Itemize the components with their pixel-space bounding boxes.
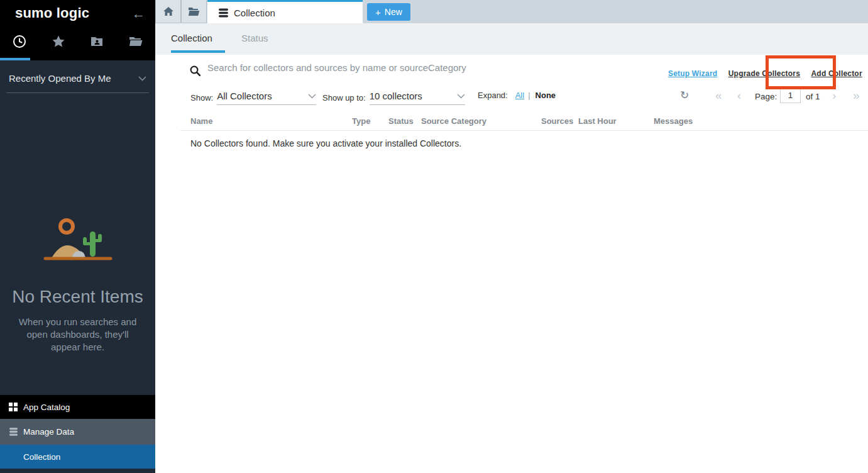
expand-label: Expand: [478, 91, 508, 100]
recent-clock-icon[interactable] [0, 29, 39, 54]
plus-icon: + [375, 7, 381, 18]
setup-wizard-link[interactable]: Setup Wizard [668, 69, 717, 78]
show-up-to-label: Show up to: [322, 93, 366, 103]
sidebar-item-label: Manage Data [23, 427, 74, 437]
database-icon [9, 427, 19, 437]
search-icon [190, 65, 201, 76]
sidebar-body: Recently Opened By Me No Recent Items Wh… [0, 60, 155, 473]
page-number-input[interactable] [780, 87, 801, 103]
show-dropdown-value: All Collectors [217, 91, 272, 101]
last-page-icon[interactable]: » [853, 89, 860, 101]
add-collector-link[interactable]: Add Collector [811, 69, 862, 78]
sidebar-tab-icons [0, 29, 155, 54]
column-header-name[interactable]: Name [190, 116, 212, 126]
main-area: Collection + New Collection Status Setup… [155, 0, 868, 473]
recent-scope-label: Recently Opened By Me [9, 73, 111, 84]
home-icon [163, 6, 174, 16]
column-header-messages[interactable]: Messages [654, 116, 693, 126]
chevron-down-icon [138, 76, 146, 81]
subtab-active-underline [171, 50, 225, 53]
prev-page-icon[interactable]: ‹ [737, 89, 741, 101]
collection-panel: Setup Wizard Upgrade Collectors Add Coll… [155, 55, 868, 473]
desert-illustration [40, 216, 116, 264]
expand-all-link[interactable]: All [515, 91, 524, 100]
show-up-to-dropdown[interactable]: 10 collectors [370, 91, 465, 105]
show-dropdown[interactable]: All Collectors [217, 91, 316, 105]
grid-icon [9, 403, 19, 411]
library-folder-icon[interactable] [116, 29, 155, 54]
column-header-last-hour[interactable]: Last Hour [578, 116, 617, 126]
home-button[interactable] [155, 0, 181, 23]
top-tab-bar: Collection + New [155, 0, 868, 23]
sidebar-item-label: App Catalog [23, 403, 70, 412]
sidebar-bottom-nav: App Catalog Manage Data Collection [0, 395, 155, 469]
personal-folder-icon[interactable] [78, 29, 117, 54]
column-header-source-category[interactable]: Source Category [421, 116, 486, 126]
sidebar-item-label: Collection [23, 452, 60, 462]
sidebar-item-app-catalog[interactable]: App Catalog [0, 395, 155, 419]
sidebar-header: sumo logic ← [0, 0, 155, 60]
sidebar: sumo logic ← Recently Opened By Me [0, 0, 155, 473]
column-header-status[interactable]: Status [388, 116, 414, 126]
toolbar-links: Setup Wizard Upgrade Collectors Add Coll… [668, 67, 868, 79]
sub-tab-strip: Collection Status [155, 23, 868, 55]
column-header-type[interactable]: Type [352, 116, 370, 126]
expand-separator: | [528, 91, 530, 100]
sidebar-item-collection[interactable]: Collection [0, 445, 155, 469]
folder-open-icon [188, 6, 200, 16]
upgrade-collectors-link[interactable]: Upgrade Collectors [728, 69, 800, 78]
filter-row: Show: All Collectors Show up to: 10 coll… [190, 91, 868, 107]
chevron-down-icon [457, 94, 465, 99]
next-page-icon[interactable]: › [832, 89, 836, 101]
database-icon [218, 8, 229, 18]
chevron-down-icon [308, 94, 316, 99]
favorites-star-icon[interactable] [39, 29, 78, 54]
subtab-collection[interactable]: Collection [171, 33, 212, 43]
first-page-icon[interactable]: « [715, 89, 722, 101]
recent-empty-state: No Recent Items When you run searches an… [0, 216, 155, 353]
no-collectors-message: No Collectors found. Make sure you activ… [190, 138, 461, 148]
column-header-sources[interactable]: Sources [541, 116, 573, 126]
table-header-divider [180, 130, 868, 131]
expand-none-link[interactable]: None [536, 91, 556, 100]
recent-empty-title: No Recent Items [0, 287, 155, 307]
refresh-icon[interactable]: ↻ [680, 89, 689, 102]
new-button-label: New [385, 7, 402, 17]
brand-logo: sumo logic [15, 5, 89, 21]
recent-empty-caption: When you run searches and open dashboard… [14, 316, 141, 353]
show-up-to-dropdown-value: 10 collectors [370, 91, 422, 101]
subtab-status[interactable]: Status [241, 33, 268, 43]
collapse-sidebar-icon[interactable]: ← [132, 7, 145, 20]
tab-label: Collection [234, 8, 275, 18]
library-button[interactable] [181, 0, 207, 23]
recent-scope-dropdown[interactable]: Recently Opened By Me [6, 60, 149, 93]
page-label: Page: [755, 92, 777, 101]
show-label: Show: [190, 93, 213, 103]
new-button[interactable]: + New [367, 3, 410, 21]
search-input[interactable] [207, 62, 559, 73]
collectors-table-header: Name Type Status Source Category Sources… [155, 116, 868, 129]
tab-collection[interactable]: Collection [207, 0, 363, 23]
page-count-label: of 1 [806, 92, 820, 101]
sidebar-item-manage-data[interactable]: Manage Data [0, 419, 155, 445]
